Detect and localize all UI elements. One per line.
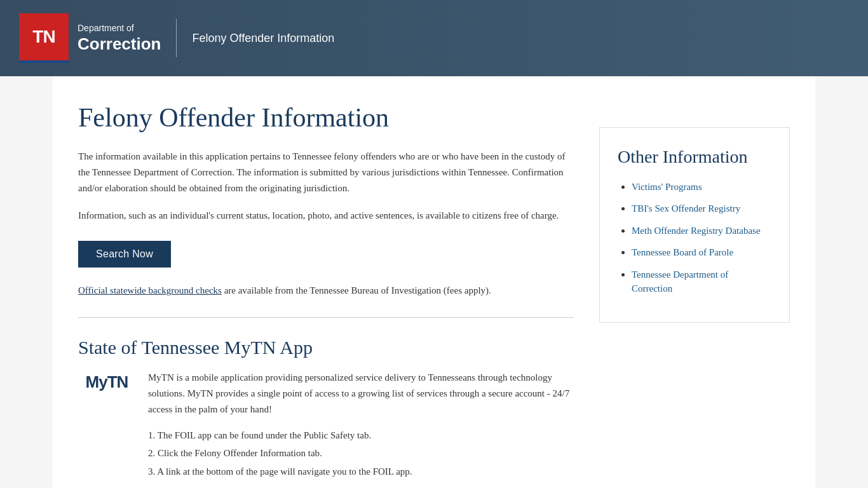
main-container: Felony Offender Information The informat… bbox=[53, 76, 815, 488]
tn-dept-correction-link[interactable]: Tennessee Department of Correction bbox=[632, 269, 728, 294]
sidebar-link-item-4: Tennessee Board of Parole bbox=[632, 245, 771, 259]
app-block: MyTN MyTN is a mobile application provid… bbox=[78, 370, 574, 480]
app-steps-list: 1. The FOIL app can be found under the P… bbox=[148, 426, 574, 481]
tn-logo: TN bbox=[19, 13, 69, 63]
header-divider bbox=[176, 19, 177, 57]
meth-offender-link[interactable]: Meth Offender Registry Database bbox=[632, 226, 761, 236]
sidebar: Other Information Victims' Programs TBI'… bbox=[599, 102, 790, 480]
sidebar-link-item-5: Tennessee Department of Correction bbox=[632, 268, 771, 296]
sidebar-title: Other Information bbox=[618, 147, 771, 167]
sidebar-link-item-1: Victims' Programs bbox=[632, 180, 771, 194]
header-page-title: Felony Offender Information bbox=[192, 32, 334, 45]
other-information-box: Other Information Victims' Programs TBI'… bbox=[599, 127, 790, 323]
department-text: Department of Correction bbox=[78, 22, 161, 53]
sidebar-link-item-3: Meth Offender Registry Database bbox=[632, 224, 771, 238]
section-divider bbox=[78, 317, 574, 318]
app-description: MyTN is a mobile application providing p… bbox=[148, 370, 574, 417]
intro-paragraph-1: The information available in this applic… bbox=[78, 149, 574, 196]
background-check-link[interactable]: Official statewide background checks bbox=[78, 285, 222, 295]
sidebar-links-list: Victims' Programs TBI's Sex Offender Reg… bbox=[618, 180, 771, 295]
tbi-sex-offender-link[interactable]: TBI's Sex Offender Registry bbox=[632, 203, 740, 214]
content-area: Felony Offender Information The informat… bbox=[78, 102, 574, 480]
correction-label: Correction bbox=[78, 34, 161, 54]
app-text-block: MyTN is a mobile application providing p… bbox=[148, 370, 574, 480]
site-header: TN Department of Correction Felony Offen… bbox=[0, 0, 868, 76]
page-title: Felony Offender Information bbox=[78, 102, 574, 133]
app-step-3: 3. A link at the bottom of the page will… bbox=[148, 463, 574, 481]
dept-of-label: Department of bbox=[78, 22, 161, 34]
victims-programs-link[interactable]: Victims' Programs bbox=[632, 182, 702, 192]
sidebar-link-item-2: TBI's Sex Offender Registry bbox=[632, 201, 771, 215]
intro-paragraph-2: Information, such as an individual's cur… bbox=[78, 208, 574, 224]
app-step-1: 1. The FOIL app can be found under the P… bbox=[148, 426, 574, 445]
background-check-suffix: are available from the Tennessee Bureau … bbox=[222, 285, 491, 295]
app-section-title: State of Tennessee MyTN App bbox=[78, 337, 574, 358]
search-now-button[interactable]: Search Now bbox=[78, 241, 171, 268]
mytn-logo: MyTN bbox=[78, 370, 135, 392]
app-step-2: 2. Click the Felony Offender Information… bbox=[148, 444, 574, 463]
tn-board-of-parole-link[interactable]: Tennessee Board of Parole bbox=[632, 247, 733, 257]
background-check-section: Official statewide background checks are… bbox=[78, 283, 574, 298]
